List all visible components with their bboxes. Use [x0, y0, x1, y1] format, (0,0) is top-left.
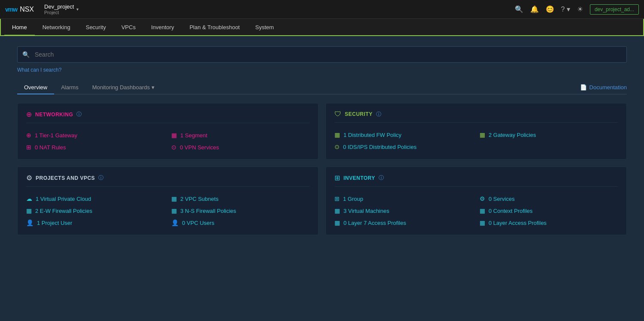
card-networking-header: ⊕ NETWORKING ⓘ	[26, 110, 310, 123]
nav-system[interactable]: System	[247, 18, 281, 36]
card-inventory-header: ⊞ INVENTORY ⓘ	[334, 174, 618, 187]
networking-info-icon[interactable]: ⓘ	[76, 111, 82, 118]
ids-icon: ⊙	[334, 143, 340, 150]
vm-link[interactable]: 3 Virtual Machines	[343, 208, 389, 214]
ew-fw-link[interactable]: 2 E-W Firewall Policies	[35, 208, 92, 214]
nav-security[interactable]: Security	[78, 18, 114, 36]
security-card-icon: 🛡	[334, 110, 341, 118]
ids-link[interactable]: 0 IDS/IPS Distributed Policies	[343, 144, 416, 150]
nat-link[interactable]: 0 NAT Rules	[35, 144, 66, 151]
nav-menu: Home Networking Security VPCs Inventory …	[0, 19, 644, 36]
nav-plan-troubleshoot[interactable]: Plan & Troubleshoot	[182, 18, 247, 36]
vpc-users-icon: 👤	[171, 219, 179, 226]
tab-monitoring-dashboards[interactable]: Monitoring Dashboards ▾	[85, 81, 161, 94]
documentation-link[interactable]: 📄 Documentation	[580, 84, 627, 91]
vpc-users-link[interactable]: 0 VPC Users	[182, 220, 214, 226]
dfw-icon: ▦	[334, 131, 340, 138]
user-icon[interactable]: 😊	[546, 5, 554, 13]
context-profiles-icon: ▦	[480, 207, 485, 214]
inventory-info-icon[interactable]: ⓘ	[379, 174, 384, 182]
vpc-subnets-link[interactable]: 2 VPC Subnets	[180, 196, 219, 202]
project-selector[interactable]: Dev_project Project ▾	[44, 3, 79, 15]
project-user-icon: 👤	[26, 219, 33, 226]
list-item: ▦ 1 Distributed FW Policy	[334, 131, 473, 138]
list-item: ⚙ 0 Services	[480, 195, 618, 202]
projects-card-icon: ⚙	[26, 174, 32, 182]
tier1-link[interactable]: 1 Tier-1 Gateway	[35, 132, 77, 139]
list-item: ▦ 2 VPC Subnets	[171, 195, 310, 202]
gateway-policies-link[interactable]: 2 Gateway Policies	[489, 132, 536, 138]
tab-overview[interactable]: Overview	[17, 81, 54, 94]
search-help-link[interactable]: What can I search?	[17, 67, 627, 73]
vpc-subnets-icon: ▦	[171, 195, 177, 202]
segment-icon: ▦	[171, 132, 177, 139]
nav-inventory[interactable]: Inventory	[143, 18, 182, 36]
list-item: ▦ 0 Layer 7 Access Profiles	[334, 219, 473, 226]
security-card-title: SECURITY	[345, 111, 373, 117]
search-container: 🔍	[17, 46, 627, 63]
search-input[interactable]	[17, 46, 627, 63]
monitoring-chevron-icon: ▾	[152, 84, 155, 91]
list-item: ▦ 0 Layer Access Profiles	[480, 219, 618, 226]
list-item: ☁ 1 Virtual Private Cloud	[26, 195, 164, 202]
top-bar-right: 🔍 🔔 😊 ? ▾ ☀ dev_project_ad...	[515, 4, 639, 15]
vpn-icon: ⊙	[171, 144, 176, 151]
l-profiles-icon: ▦	[480, 219, 485, 226]
group-icon: ⊞	[334, 195, 340, 202]
security-items: ▦ 1 Distributed FW Policy ▦ 2 Gateway Po…	[334, 131, 618, 150]
help-icon[interactable]: ? ▾	[561, 5, 570, 13]
project-chevron-icon[interactable]: ▾	[76, 7, 79, 12]
services-link[interactable]: 0 Services	[489, 196, 515, 202]
group-link[interactable]: 1 Group	[343, 196, 363, 202]
project-user-link[interactable]: 1 Project User	[37, 220, 72, 226]
l-profiles-link[interactable]: 0 Layer Access Profiles	[489, 220, 547, 226]
theme-icon[interactable]: ☀	[577, 5, 583, 13]
tier1-icon: ⊕	[26, 132, 31, 139]
networking-card-title: NETWORKING	[35, 112, 73, 118]
ns-fw-link[interactable]: 3 N-S Firewall Policies	[180, 208, 236, 214]
projects-card-title: PROJECTS AND VPCS	[36, 175, 95, 181]
nav-networking[interactable]: Networking	[35, 18, 78, 36]
segment-link[interactable]: 1 Segment	[180, 132, 207, 139]
ew-fw-icon: ▦	[26, 207, 32, 214]
inventory-card-title: INVENTORY	[343, 175, 375, 181]
list-item: 👤 0 VPC Users	[171, 219, 310, 226]
tabs-row: Overview Alarms Monitoring Dashboards ▾ …	[17, 81, 627, 94]
vpc-icon: ☁	[26, 195, 32, 202]
list-item: ▦ 1 Segment	[171, 132, 310, 139]
top-bar: vmw NSX Dev_project Project ▾ 🔍 🔔 😊 ? ▾ …	[0, 0, 644, 19]
cards-grid: ⊕ NETWORKING ⓘ ⊕ 1 Tier-1 Gateway ▦ 1 Se…	[17, 103, 627, 235]
l7-profiles-link[interactable]: 0 Layer 7 Access Profiles	[343, 220, 406, 226]
main-content: 🔍 What can I search? Overview Alarms Mon…	[0, 36, 644, 321]
vpn-link[interactable]: 0 VPN Services	[180, 144, 219, 151]
card-security-header: 🛡 SECURITY ⓘ	[334, 110, 618, 123]
doc-icon: 📄	[580, 84, 587, 91]
project-name: Dev_project	[44, 3, 74, 10]
list-item: ▦ 2 Gateway Policies	[480, 131, 618, 138]
user-badge[interactable]: dev_project_ad...	[590, 4, 639, 15]
networking-items: ⊕ 1 Tier-1 Gateway ▦ 1 Segment ⊞ 0 NAT R…	[26, 132, 310, 151]
list-item: 👤 1 Project User	[26, 219, 164, 226]
search-icon: 🔍	[22, 51, 30, 58]
vpc-link[interactable]: 1 Virtual Private Cloud	[36, 196, 91, 202]
card-networking: ⊕ NETWORKING ⓘ ⊕ 1 Tier-1 Gateway ▦ 1 Se…	[17, 103, 319, 160]
list-item: ⊙ 0 VPN Services	[171, 144, 310, 151]
inventory-card-icon: ⊞	[334, 174, 340, 182]
card-projects-header: ⚙ PROJECTS AND VPCS ⓘ	[26, 174, 310, 187]
nav-home[interactable]: Home	[4, 18, 35, 36]
nav-vpcs[interactable]: VPCs	[114, 18, 143, 36]
list-item: ▦ 2 E-W Firewall Policies	[26, 207, 164, 214]
inventory-items: ⊞ 1 Group ⚙ 0 Services ▦ 3 Virtual Machi…	[334, 195, 618, 226]
projects-info-icon[interactable]: ⓘ	[98, 174, 103, 182]
vmware-logo: vmw	[5, 6, 17, 13]
card-security: 🛡 SECURITY ⓘ ▦ 1 Distributed FW Policy ▦…	[325, 103, 627, 160]
list-item: ⊕ 1 Tier-1 Gateway	[26, 132, 164, 139]
nat-icon: ⊞	[26, 144, 31, 151]
notifications-icon[interactable]: 🔔	[530, 5, 539, 13]
ns-fw-icon: ▦	[171, 207, 177, 214]
search-icon[interactable]: 🔍	[515, 5, 523, 13]
context-profiles-link[interactable]: 0 Context Profiles	[489, 208, 533, 214]
security-info-icon[interactable]: ⓘ	[376, 111, 381, 118]
tab-alarms[interactable]: Alarms	[54, 81, 85, 94]
dfw-link[interactable]: 1 Distributed FW Policy	[343, 132, 401, 138]
